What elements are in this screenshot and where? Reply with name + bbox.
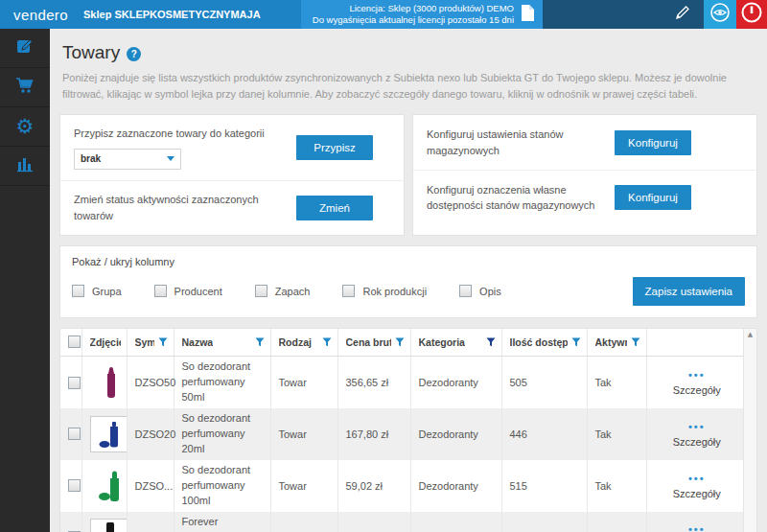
cell-name: So dezodorant perfumowany 20ml: [174, 408, 270, 460]
header-type: Rodzaj: [279, 336, 312, 348]
column-toggle-label: Grupa: [92, 286, 122, 297]
scroll-up-icon[interactable]: ▲: [748, 331, 753, 338]
assign-category-label: Przypisz zaznaczone towary do kategorii: [74, 126, 296, 142]
checkbox-producent[interactable]: [154, 285, 167, 297]
table-row: DZSO20 So dezodorant perfumowany 20ml To…: [60, 408, 745, 460]
more-actions-icon[interactable]: •••: [688, 369, 706, 381]
cell-quantity: 515: [501, 460, 587, 512]
checkbox-rok-produkcji[interactable]: [342, 285, 355, 297]
checkbox-zapach[interactable]: [255, 285, 267, 297]
cell-active: Tak: [587, 460, 646, 512]
checkbox-grupa[interactable]: [72, 285, 84, 297]
cell-category: Dezodoranty: [410, 512, 501, 532]
column-toggle-producent[interactable]: Producent: [154, 285, 222, 297]
main-content: Towary ? Poniżej znajduje się lista wszy…: [50, 29, 767, 532]
edit-note-icon: [15, 36, 35, 59]
cell-price: 380,07 zł: [337, 512, 410, 532]
cell-active: Tak: [587, 512, 646, 532]
power-icon: [740, 1, 763, 28]
sidebar-item-statistics[interactable]: [0, 147, 50, 186]
license-badge: Licencja: Sklep (3000 produktów) DEMO Do…: [301, 0, 543, 29]
assign-button[interactable]: Przypisz: [296, 135, 373, 160]
table-row: DZSO50 So dezodorant perfumowany 50ml To…: [60, 357, 745, 408]
more-actions-icon[interactable]: •••: [688, 523, 706, 532]
header-active: Aktywny: [595, 336, 627, 348]
details-link[interactable]: Szczegóły: [655, 384, 740, 396]
row-checkbox[interactable]: [68, 377, 81, 389]
checkbox-opis[interactable]: [459, 285, 472, 297]
header-symbol: Symbol: [135, 336, 154, 348]
cell-type: Towar: [270, 408, 337, 460]
column-toggle-grupa[interactable]: Grupa: [72, 285, 122, 297]
header-photo: Zdjęcie: [90, 336, 121, 348]
table-row: DZFO... Forever dezodorant 100ml Towar 3…: [60, 512, 745, 532]
row-checkbox[interactable]: [68, 479, 81, 492]
header-quantity: Ilość dostępna: [510, 336, 568, 348]
save-settings-button[interactable]: Zapisz ustawienia: [633, 277, 745, 306]
document-icon: [521, 4, 535, 26]
header-category: Kategoria: [419, 336, 465, 348]
shop-name: Sklep SKLEPKOSMETYCZNYMAJA: [83, 9, 261, 20]
sidebar-item-orders[interactable]: [0, 68, 50, 107]
column-toggle-label: Opis: [479, 286, 501, 297]
filter-funnel-icon[interactable]: [322, 334, 332, 351]
cell-name: Forever dezodorant 100ml: [174, 512, 270, 532]
cell-name: So dezodorant perfumowany 50ml: [174, 357, 270, 408]
change-status-label: Zmień status aktywności zaznaczonych tow…: [74, 192, 283, 223]
select-all-checkbox[interactable]: [68, 335, 81, 348]
topbar-dark-section: [543, 0, 704, 29]
help-icon[interactable]: ?: [127, 47, 141, 61]
filter-funnel-icon[interactable]: [571, 334, 581, 351]
preview-shop-button[interactable]: [704, 0, 736, 29]
availability-label: Konfiguruj oznaczenia własne dostępności…: [427, 182, 611, 214]
eye-icon: [709, 2, 731, 27]
cell-category: Dezodoranty: [410, 357, 501, 408]
details-link[interactable]: Szczegóły: [655, 436, 740, 448]
columns-panel-title: Pokaż / ukryj kolumny: [72, 256, 745, 267]
vendero-logo: vendero: [0, 7, 83, 23]
table-header-row: Zdjęcie Symbol Nazwa Rodzaj Cena brutto …: [60, 329, 745, 357]
column-toggle-label: Rok produkcji: [362, 286, 427, 297]
logout-button[interactable]: [736, 0, 767, 29]
column-toggle-zapach[interactable]: Zapach: [255, 285, 311, 297]
filter-funnel-icon-active[interactable]: [486, 334, 496, 351]
column-toggle-opis[interactable]: Opis: [459, 285, 501, 297]
assign-panel: Przypisz zaznaczone towary do kategorii …: [59, 114, 405, 236]
topbar-left: vendero Sklep SKLEPKOSMETYCZNYMAJA Licen…: [0, 0, 543, 29]
configure-panel: Konfiguruj ustawienia stanów magazynowyc…: [412, 114, 757, 236]
product-image: [90, 364, 130, 401]
cell-price: 167,80 zł: [337, 408, 410, 460]
cell-symbol: DZSO...: [127, 460, 174, 512]
change-status-button[interactable]: Zmień: [296, 196, 373, 220]
cell-symbol: DZSO20: [127, 408, 174, 460]
more-actions-icon[interactable]: •••: [688, 473, 706, 484]
stock-settings-label: Konfiguruj ustawienia stanów magazynowyc…: [427, 127, 590, 158]
header-name: Nazwa: [182, 336, 214, 348]
filter-funnel-icon[interactable]: [255, 334, 265, 351]
configure-stock-button[interactable]: Konfiguruj: [615, 130, 691, 155]
filter-funnel-icon[interactable]: [158, 334, 168, 351]
products-table: Zdjęcie Symbol Nazwa Rodzaj Cena brutto …: [60, 329, 745, 532]
row-checkbox[interactable]: [68, 428, 81, 440]
sidebar-item-products[interactable]: [0, 29, 50, 68]
bar-chart-icon: [15, 155, 35, 176]
details-link[interactable]: Szczegóły: [655, 488, 740, 499]
more-actions-icon[interactable]: •••: [688, 421, 706, 432]
cell-symbol: DZSO50: [127, 357, 174, 408]
product-image: [90, 519, 130, 532]
cell-type: Towar: [270, 357, 337, 408]
sidebar: ⚙: [0, 29, 50, 532]
filter-funnel-icon[interactable]: [395, 334, 405, 351]
cell-price: 59,02 zł: [337, 460, 410, 512]
product-image: [90, 416, 130, 452]
pencil-icon[interactable]: [675, 5, 690, 24]
cell-symbol: DZFO...: [127, 512, 174, 532]
columns-panel: Pokaż / ukryj kolumny Grupa Producent Za…: [59, 245, 757, 318]
table-scrollbar[interactable]: ▲ ▼: [743, 329, 756, 532]
category-select[interactable]: brak: [74, 149, 181, 170]
cell-category: Dezodoranty: [410, 408, 501, 460]
sidebar-item-settings[interactable]: ⚙: [0, 107, 50, 147]
column-toggle-rok-produkcji[interactable]: Rok produkcji: [342, 285, 427, 297]
configure-availability-button[interactable]: Konfiguruj: [615, 185, 691, 210]
filter-funnel-icon[interactable]: [631, 334, 640, 351]
